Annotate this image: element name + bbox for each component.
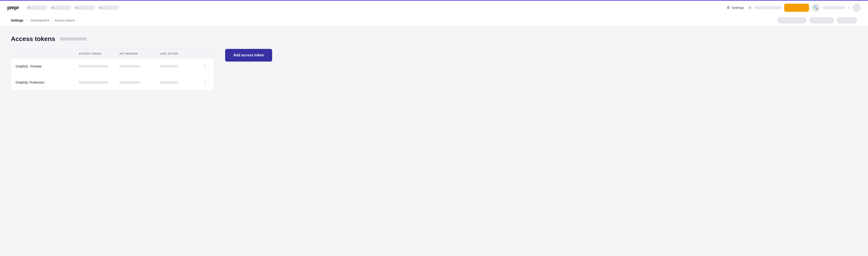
topbar: prepr ⚙ Settings 🔍 ∨ xyxy=(0,0,868,15)
gear-icon: ⚙ xyxy=(727,5,730,10)
topbar-sk-2 xyxy=(823,6,845,9)
token-skeleton-2 xyxy=(79,81,108,84)
breadcrumb-sk-2 xyxy=(809,17,834,24)
version-skeleton-2 xyxy=(119,81,140,84)
page-title: Access tokens xyxy=(11,35,55,42)
version-skeleton-1 xyxy=(119,65,140,68)
nav-skeleton-2 xyxy=(51,6,71,10)
row-version-1 xyxy=(119,65,160,68)
breadcrumb-sk-3 xyxy=(837,17,857,24)
settings-nav-label: Settings xyxy=(732,6,744,9)
access-tokens-table: ACCESS TOKEN API VERSION LAST ACTIVE Gra… xyxy=(11,49,214,90)
col-header-active: LAST ACTIVE xyxy=(160,52,200,55)
row-menu-1[interactable]: ⋮ xyxy=(200,63,210,70)
col-header-version: API VERSION xyxy=(119,52,160,55)
breadcrumb-bar: Settings | Development › Access tokens xyxy=(0,15,868,26)
logo: prepr xyxy=(7,5,19,11)
topbar-dot xyxy=(748,6,752,9)
breadcrumb: Settings | Development › Access tokens xyxy=(11,19,75,22)
breadcrumb-separator: › xyxy=(51,19,53,22)
page-header: Access tokens xyxy=(11,35,306,42)
table-and-button: ACCESS TOKEN API VERSION LAST ACTIVE Gra… xyxy=(11,49,306,90)
nav-skeleton-1 xyxy=(27,6,47,10)
row-active-2 xyxy=(160,81,200,84)
row-name-2: GraphQL Production xyxy=(16,81,79,84)
row-token-2 xyxy=(79,81,119,84)
active-skeleton-2 xyxy=(160,81,178,84)
breadcrumb-divider: | xyxy=(26,19,28,22)
add-access-token-button[interactable]: Add access token xyxy=(225,49,272,62)
settings-nav[interactable]: ⚙ Settings xyxy=(727,5,744,10)
col-header-name xyxy=(16,52,79,55)
table-row: GraphQL Production ⋮ xyxy=(11,75,214,90)
col-header-actions xyxy=(200,52,210,55)
topbar-sk-1 xyxy=(754,6,781,9)
row-active-1 xyxy=(160,65,200,68)
search-button[interactable]: 🔍 xyxy=(812,4,820,12)
table-row: GraphQL Preview ⋮ xyxy=(11,58,214,75)
active-skeleton-1 xyxy=(160,65,178,68)
nav-skeleton xyxy=(27,6,722,10)
breadcrumb-development[interactable]: Development xyxy=(31,19,49,22)
nav-skeleton-3 xyxy=(75,6,95,10)
topbar-right: 🔍 ∨ xyxy=(748,4,861,12)
token-skeleton-1 xyxy=(79,65,108,68)
chevron-down-icon: ∨ xyxy=(848,6,850,9)
breadcrumb-actions xyxy=(777,17,857,24)
breadcrumb-current: Access tokens xyxy=(55,19,75,22)
breadcrumb-settings: Settings xyxy=(11,19,23,22)
orange-button[interactable] xyxy=(784,4,809,12)
row-menu-2[interactable]: ⋮ xyxy=(200,79,210,86)
page-title-skeleton xyxy=(60,37,87,40)
row-token-1 xyxy=(79,65,119,68)
search-icon: 🔍 xyxy=(813,6,818,9)
breadcrumb-sk-1 xyxy=(777,17,807,24)
nav-skeleton-4 xyxy=(99,6,119,10)
main-content: Access tokens ACCESS TOKEN API VERSION L… xyxy=(0,26,316,99)
row-version-2 xyxy=(119,81,160,84)
row-name-1: GraphQL Preview xyxy=(16,64,79,68)
col-header-token: ACCESS TOKEN xyxy=(79,52,119,55)
table-header: ACCESS TOKEN API VERSION LAST ACTIVE xyxy=(11,49,214,58)
avatar[interactable] xyxy=(852,4,861,12)
